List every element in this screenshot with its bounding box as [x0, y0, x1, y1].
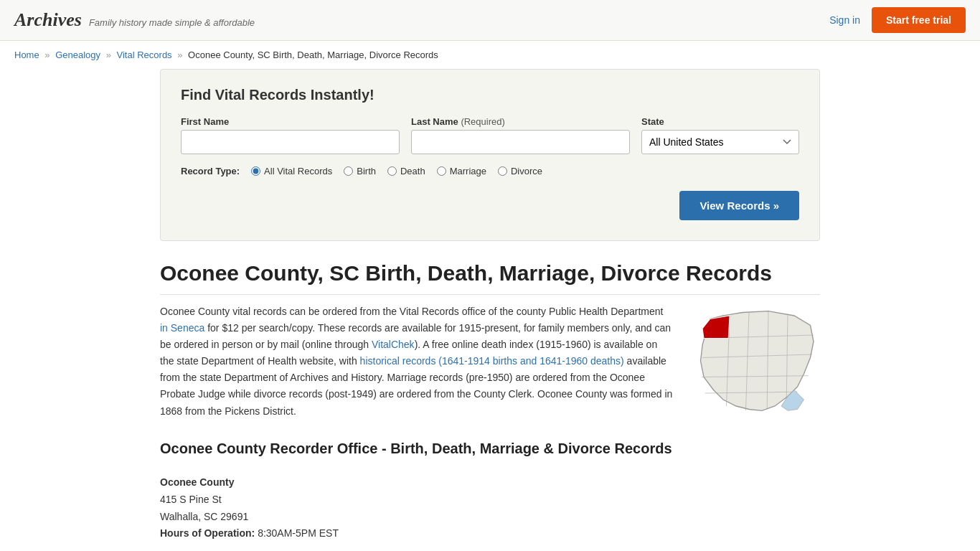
free-trial-button[interactable]: Start free trial [872, 7, 966, 33]
radio-death-input[interactable] [387, 166, 397, 176]
hours-row: Hours of Operation: 8:30AM-5PM EST [160, 525, 820, 542]
search-fields: First Name Last Name (Required) State Al… [181, 116, 799, 154]
svg-marker-9 [702, 316, 730, 339]
radio-marriage-label: Marriage [450, 166, 486, 176]
view-records-button[interactable]: View Records » [679, 191, 799, 220]
site-header: Archives Family history made simple & af… [0, 0, 980, 41]
article-text: Oconee County vital records can be order… [160, 303, 674, 420]
first-name-group: First Name [181, 116, 400, 154]
last-name-input[interactable] [411, 130, 630, 154]
state-label: State [641, 116, 799, 127]
hours-value: 8:30AM-5PM EST [258, 527, 339, 539]
office-address1: 415 S Pine St [160, 491, 820, 509]
radio-birth-label: Birth [357, 166, 376, 176]
main-content: Find Vital Records Instantly! First Name… [146, 69, 834, 551]
section-heading: Oconee County Recorder Office - Birth, D… [160, 441, 820, 463]
office-name: Oconee County [160, 474, 820, 491]
breadcrumb-sep-3: » [177, 50, 182, 60]
radio-all-vital-input[interactable] [251, 166, 260, 176]
radio-marriage[interactable]: Marriage [437, 166, 486, 176]
office-address2: Walhalla, SC 29691 [160, 509, 820, 526]
sc-map [691, 303, 820, 418]
radio-divorce[interactable]: Divorce [498, 166, 542, 176]
breadcrumb-home[interactable]: Home [14, 50, 39, 60]
sign-in-link[interactable]: Sign in [829, 14, 860, 26]
article-body: Oconee County vital records can be order… [160, 303, 820, 420]
search-actions: View Records » [181, 191, 799, 220]
first-name-input[interactable] [181, 130, 400, 154]
radio-death[interactable]: Death [387, 166, 425, 176]
article-paragraph: Oconee County vital records can be order… [160, 303, 674, 420]
map-container [691, 303, 820, 420]
breadcrumb-current: Oconee County, SC Birth, Death, Marriage… [188, 50, 438, 60]
breadcrumb-genealogy[interactable]: Genealogy [55, 50, 100, 60]
first-name-label: First Name [181, 116, 400, 127]
last-name-label: Last Name (Required) [411, 116, 630, 127]
logo-text: Archives [14, 9, 82, 30]
breadcrumb-vital-records[interactable]: Vital Records [117, 50, 172, 60]
logo-tagline: Family history made simple & affordable [89, 17, 255, 28]
header-actions: Sign in Start free trial [829, 7, 966, 33]
in-seneca-link[interactable]: in Seneca [160, 322, 204, 334]
breadcrumb-sep-1: » [44, 50, 50, 60]
breadcrumb-sep-2: » [106, 50, 111, 60]
radio-options: All Vital Records Birth Death Marriage D… [251, 166, 542, 176]
logo-area: Archives Family history made simple & af… [14, 9, 255, 31]
radio-birth[interactable]: Birth [344, 166, 376, 176]
last-name-group: Last Name (Required) [411, 116, 630, 154]
radio-birth-input[interactable] [344, 166, 353, 176]
breadcrumb: Home » Genealogy » Vital Records » Ocone… [0, 41, 980, 69]
radio-divorce-label: Divorce [511, 166, 542, 176]
page-title: Oconee County, SC Birth, Death, Marriage… [160, 261, 820, 295]
vitalchek-link[interactable]: VitalChek [372, 339, 415, 350]
site-logo: Archives [14, 9, 82, 31]
office-info: Oconee County 415 S Pine St Walhalla, SC… [160, 474, 820, 542]
radio-divorce-input[interactable] [498, 166, 507, 176]
state-group: State All United States Alabama Alaska A… [641, 116, 799, 154]
radio-death-label: Death [400, 166, 425, 176]
search-title: Find Vital Records Instantly! [181, 87, 799, 103]
state-select[interactable]: All United States Alabama Alaska Arizona… [641, 130, 799, 154]
search-box: Find Vital Records Instantly! First Name… [160, 69, 820, 241]
radio-marriage-input[interactable] [437, 166, 446, 176]
historical-records-link[interactable]: historical records (1641-1914 births and… [360, 355, 624, 367]
radio-all-vital-label: All Vital Records [264, 166, 332, 176]
hours-label: Hours of Operation: [160, 527, 255, 539]
radio-all-vital[interactable]: All Vital Records [251, 166, 332, 176]
record-type-label: Record Type: [181, 166, 240, 176]
record-type-row: Record Type: All Vital Records Birth Dea… [181, 166, 799, 176]
